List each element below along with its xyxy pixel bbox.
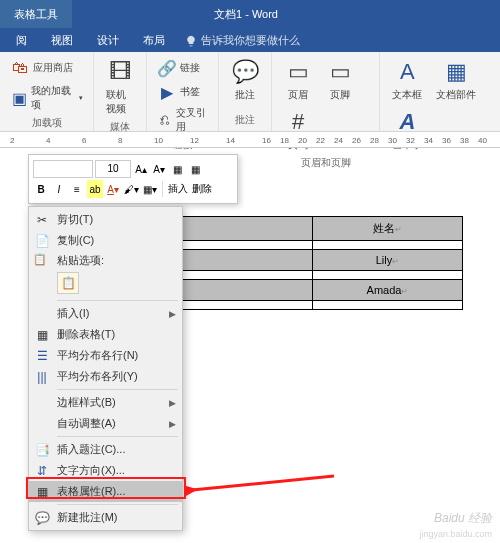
font-size-combo[interactable]: 10 <box>95 160 131 178</box>
menu-insert-caption[interactable]: 📑插入题注(C)... <box>29 439 182 460</box>
online-video-button[interactable]: 🎞 联机视频 <box>100 56 140 118</box>
my-addins-button[interactable]: ▣ 我的加载项 ▾ <box>6 82 87 114</box>
table-cell[interactable] <box>183 250 313 271</box>
borders-button[interactable]: ▦▾ <box>142 180 158 198</box>
menu-cut[interactable]: ✂剪切(T) <box>29 209 182 230</box>
ruler-tick: 16 <box>262 136 271 145</box>
clipboard-icon: 📋 <box>33 253 47 266</box>
ruler-tick: 22 <box>316 136 325 145</box>
table-cell[interactable]: 姓名↵ <box>313 217 463 241</box>
menu-new-comment[interactable]: 💬新建批注(M) <box>29 507 182 528</box>
insert-button[interactable]: 插入 <box>167 180 189 198</box>
bold-button[interactable]: B <box>33 180 49 198</box>
table-cell[interactable] <box>183 280 313 301</box>
ruler-tick: 26 <box>352 136 361 145</box>
font-family-combo[interactable] <box>33 160 93 178</box>
store-button[interactable]: 🛍 应用商店 <box>6 56 87 80</box>
table-style2-button[interactable]: ▦ <box>187 160 203 178</box>
table-cell[interactable] <box>183 301 313 310</box>
ribbon-group-text: A文本框 ▦文档部件 A艺术字 <box>380 52 500 131</box>
ruler-tick: 20 <box>298 136 307 145</box>
menu-border-style[interactable]: 边框样式(B)▶ <box>29 392 182 413</box>
ruler-tick: 6 <box>82 136 86 145</box>
title-bar: 表格工具 文档1 - Word <box>0 0 500 28</box>
tab-view[interactable]: 视图 <box>39 29 85 52</box>
shrink-font-button[interactable]: A▾ <box>151 160 167 178</box>
tell-me-search[interactable]: 告诉我你想要做什么 <box>177 29 308 52</box>
separator <box>57 504 178 505</box>
menu-text-direction[interactable]: ⇵文字方向(X)... <box>29 460 182 481</box>
table-row: 姓名↵ <box>183 217 463 241</box>
table-cell[interactable] <box>183 217 313 241</box>
textbox-button[interactable]: A文本框 <box>386 56 428 104</box>
footer-button[interactable]: ▭页脚 <box>320 56 360 104</box>
paste-keep-formatting[interactable]: 📋 <box>57 272 79 294</box>
menu-distribute-rows[interactable]: ☰平均分布各行(N) <box>29 345 182 366</box>
table-cell[interactable] <box>313 271 463 280</box>
watermark: Baidu 经验 <box>434 510 492 527</box>
table-row <box>183 301 463 310</box>
highlight-button[interactable]: ab <box>87 180 103 198</box>
tab-layout[interactable]: 布局 <box>131 29 177 52</box>
comment-icon: 💬 <box>231 58 259 86</box>
document-table[interactable]: 姓名↵ Lily↵ Amada↵ <box>182 216 463 310</box>
paste-options-label: 📋粘贴选项: <box>29 251 182 270</box>
document-title: 文档1 - Word <box>72 7 500 22</box>
separator <box>57 389 178 390</box>
group-label-comments: 批注 <box>225 111 265 127</box>
ruler-tick: 12 <box>190 136 199 145</box>
table-row: Lily↵ <box>183 250 463 271</box>
ribbon-group-headerfooter: ▭页眉 ▭页脚 #页码 页眉和页脚 <box>272 52 380 131</box>
table-cell[interactable] <box>183 271 313 280</box>
table-cell[interactable] <box>183 241 313 250</box>
hyperlink-button[interactable]: 🔗链接 <box>153 56 212 80</box>
tab-review-partial[interactable]: 阅 <box>4 29 39 52</box>
table-row <box>183 241 463 250</box>
ruler-tick: 14 <box>226 136 235 145</box>
grow-font-button[interactable]: A▴ <box>133 160 149 178</box>
menu-autofit[interactable]: 自动调整(A)▶ <box>29 413 182 434</box>
menu-distribute-cols[interactable]: |||平均分布各列(Y) <box>29 366 182 387</box>
horizontal-ruler[interactable]: 246810121416182022242628303234363840 <box>0 132 500 148</box>
table-cell[interactable]: Lily↵ <box>313 250 463 271</box>
format-painter-button[interactable]: 🖌▾ <box>123 180 140 198</box>
text-direction-icon: ⇵ <box>33 463 51 479</box>
table-props-icon: ▦ <box>33 484 51 500</box>
header-button[interactable]: ▭页眉 <box>278 56 318 104</box>
contextual-tab-table-tools: 表格工具 <box>0 0 72 28</box>
ruler-tick: 34 <box>424 136 433 145</box>
ruler-tick: 36 <box>442 136 451 145</box>
ruler-tick: 32 <box>406 136 415 145</box>
italic-button[interactable]: I <box>51 180 67 198</box>
tab-design[interactable]: 设计 <box>85 29 131 52</box>
table-cell[interactable] <box>313 301 463 310</box>
font-color-button[interactable]: A▾ <box>105 180 121 198</box>
ruler-tick: 30 <box>388 136 397 145</box>
quickparts-button[interactable]: ▦文档部件 <box>430 56 482 104</box>
ruler-tick: 18 <box>280 136 289 145</box>
table-cell[interactable] <box>313 241 463 250</box>
tell-me-placeholder: 告诉我你想要做什么 <box>201 33 300 48</box>
textbox-icon: A <box>393 58 421 86</box>
align-button[interactable]: ≡ <box>69 180 85 198</box>
comment-button[interactable]: 💬 批注 <box>225 56 265 104</box>
footer-icon: ▭ <box>326 58 354 86</box>
ruler-tick: 40 <box>478 136 487 145</box>
store-icon: 🛍 <box>10 58 30 78</box>
delete-table-icon: ▦ <box>33 327 51 343</box>
lightbulb-icon <box>185 35 197 47</box>
delete-button[interactable]: 删除 <box>191 180 213 198</box>
menu-insert[interactable]: 插入(I)▶ <box>29 303 182 324</box>
bookmark-button[interactable]: ▶书签 <box>153 80 212 104</box>
menu-delete-table[interactable]: ▦删除表格(T) <box>29 324 182 345</box>
menu-copy[interactable]: 📄复制(C) <box>29 230 182 251</box>
table-cell[interactable]: Amada↵ <box>313 280 463 301</box>
dropdown-icon: ▾ <box>79 94 83 102</box>
parts-icon: ▦ <box>442 58 470 86</box>
ribbon: 🛍 应用商店 ▣ 我的加载项 ▾ 加载项 🎞 联机视频 媒体 🔗链接 ▶书签 ⎌… <box>0 52 500 132</box>
menu-table-properties[interactable]: ▦表格属性(R)... <box>29 481 182 502</box>
ruler-tick: 2 <box>10 136 14 145</box>
ribbon-group-links: 🔗链接 ▶书签 ⎌交叉引用 链接 <box>147 52 219 131</box>
crossref-icon: ⎌ <box>157 110 173 130</box>
table-style-button[interactable]: ▦ <box>169 160 185 178</box>
